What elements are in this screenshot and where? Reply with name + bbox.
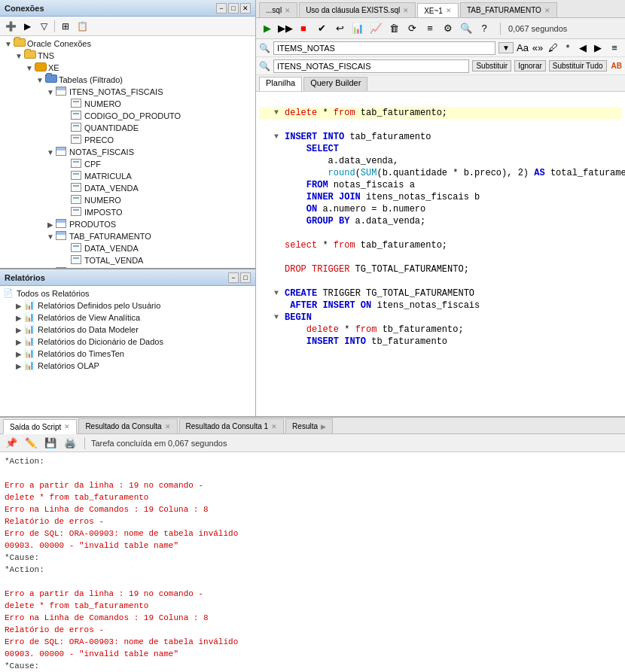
tab-close-icon[interactable]: ▶ [321, 423, 326, 430]
search-prev-btn[interactable]: ◀ [577, 42, 589, 54]
print-btn[interactable]: 🖨️ [62, 435, 78, 452]
tab-resultado1[interactable]: Resultado da Consulta ✕ [78, 418, 177, 433]
tab-resultado3[interactable]: Resulta ▶ [285, 418, 333, 433]
grid-btn[interactable]: ⊞ [58, 19, 73, 34]
tree-toggle[interactable]: ▶ [14, 350, 24, 358]
filter-btn[interactable]: ▽ [36, 19, 51, 34]
search-input-1[interactable] [273, 41, 495, 55]
clear-btn[interactable]: 🗑 [386, 20, 402, 37]
tree-item[interactable]: ▶ 📊 Relatórios de View Analítica [0, 312, 255, 324]
tree-item[interactable]: ▶ TAB_IDENTITY [0, 266, 255, 268]
tree-item[interactable]: ▶ 📊 Relatórios do Data Modeler [0, 324, 255, 336]
tab-close-icon[interactable]: ✕ [64, 423, 70, 430]
pin-btn[interactable]: 📌 [3, 435, 20, 452]
tree-item[interactable]: CODIGO_DO_PRODUTO [0, 110, 255, 122]
tree-item[interactable]: NUMERO [0, 194, 255, 206]
tree-item[interactable]: ▶ 📊 Relatórios OLAP [0, 360, 255, 372]
search-quote-btn[interactable]: «» [532, 42, 544, 54]
search-extra-btn[interactable]: ≡ [607, 42, 622, 54]
tab-resultado2[interactable]: Resultado da Consulta 1 ✕ [179, 418, 285, 433]
reports-tree[interactable]: 📄 Todos os Relatórios ▶ 📊 Relatórios Def… [0, 286, 255, 416]
settings-btn[interactable]: ⚙ [440, 20, 456, 37]
tree-item[interactable]: IMPOSTO [0, 206, 255, 218]
tree-toggle[interactable]: ▼ [35, 76, 45, 84]
replace-all-btn[interactable]: Substituir Tudo [549, 60, 607, 71]
search-highlight-btn[interactable]: 🖊 [547, 42, 559, 54]
history-btn[interactable]: ⟳ [404, 20, 420, 37]
tree-toggle[interactable]: ▶ [14, 338, 24, 346]
refresh-btn[interactable]: ▶ [20, 19, 35, 34]
tab-sql1[interactable]: ...sql ✕ [259, 2, 297, 17]
autotrace-btn[interactable]: 📈 [367, 20, 384, 37]
tree-item[interactable]: NUMERO [0, 98, 255, 110]
replace-btn[interactable]: Substituir [472, 60, 511, 71]
run-script-btn[interactable]: ▶▶ [277, 20, 294, 37]
tab-query-builder[interactable]: Query Builder [303, 77, 367, 91]
commit-btn[interactable]: ✔ [313, 20, 330, 37]
tree-item[interactable]: ▼ TAB_FATURAMENTO [0, 230, 255, 242]
tree-toggle[interactable]: ▶ [14, 362, 24, 370]
tree-item[interactable]: PRECO [0, 134, 255, 146]
edit-btn[interactable]: ✏️ [23, 435, 39, 452]
format-btn[interactable]: ≡ [422, 20, 438, 37]
tab-planilha[interactable]: Planilha [259, 77, 302, 91]
tree-item[interactable]: ▶ 📊 Relatórios do TimesTen [0, 348, 255, 360]
search-input-2[interactable] [273, 59, 469, 73]
maximize-btn[interactable]: □ [228, 3, 239, 14]
add-connection-btn[interactable]: ➕ [3, 19, 18, 34]
tree-item[interactable]: ▼ TNS [0, 50, 255, 62]
connections-tree[interactable]: ▼ Oracle Conexões ▼ TNS ▼ [0, 36, 255, 268]
tree-item[interactable]: ▼ ITENS_NOTAS_FISCAIS [0, 86, 255, 98]
tree-item[interactable]: TOTAL_VENDA [0, 254, 255, 266]
tab-xe1[interactable]: XE~1 ✕ [417, 3, 459, 18]
tree-item[interactable]: MATRICULA [0, 170, 255, 182]
tree-toggle[interactable]: ▶ [45, 220, 56, 229]
import-btn[interactable]: 📋 [75, 19, 90, 34]
tree-toggle[interactable]: ▼ [45, 233, 56, 241]
code-editor[interactable]: ▼ delete * from tab_faturamento; ▼ INSER… [256, 92, 625, 416]
tree-toggle[interactable]: ▶ [14, 302, 24, 310]
tree-item[interactable]: QUANTIDADE [0, 122, 255, 134]
save-output-btn[interactable]: 💾 [42, 435, 59, 452]
tab-close-icon[interactable]: ✕ [544, 7, 550, 14]
search-next-btn[interactable]: ▶ [592, 42, 604, 54]
tab-close-icon[interactable]: ✕ [285, 7, 291, 14]
stop-btn[interactable]: ■ [295, 20, 312, 37]
tree-toggle[interactable]: ▼ [45, 88, 56, 96]
tab-saida[interactable]: Saída do Script ✕ [3, 419, 77, 434]
tree-item[interactable]: ▼ XE [0, 62, 255, 74]
tree-toggle[interactable]: ▼ [24, 64, 35, 72]
search-all-btn[interactable]: * [562, 42, 574, 54]
search-settings-btn[interactable]: Aa [517, 42, 529, 54]
explain-btn[interactable]: 📊 [349, 20, 366, 37]
help-btn[interactable]: ? [476, 20, 492, 37]
minimize-btn[interactable]: − [228, 272, 239, 283]
tree-item[interactable]: ▶ 📊 Relatórios Definidos pelo Usuário [0, 300, 255, 312]
tree-item[interactable]: DATA_VENDA [0, 182, 255, 194]
tree-item[interactable]: ▶ 📊 Relatórios do Dicionário de Dados [0, 336, 255, 348]
tab-close-icon[interactable]: ✕ [446, 7, 452, 14]
tree-item[interactable]: ▼ Oracle Conexões [0, 38, 255, 50]
rollback-btn[interactable]: ↩ [331, 20, 348, 37]
tree-item[interactable]: DATA_VENDA [0, 242, 255, 254]
tree-toggle[interactable]: ▼ [45, 148, 56, 157]
maximize-btn[interactable]: □ [240, 272, 251, 283]
close-btn[interactable]: ✕ [240, 3, 251, 14]
tree-toggle[interactable]: ▼ [14, 52, 24, 60]
tree-item[interactable]: ▶ PRODUTOS [0, 218, 255, 230]
tab-tab-faturamento[interactable]: TAB_FATURAMENTO ✕ [460, 2, 557, 17]
tree-item[interactable]: ▼ NOTAS_FISCAIS [0, 146, 255, 158]
tree-item[interactable]: 📄 Todos os Relatórios [0, 287, 255, 300]
tab-close-icon[interactable]: ✕ [271, 423, 277, 430]
tree-toggle[interactable]: ▼ [3, 40, 14, 48]
ignore-btn[interactable]: Ignorar [514, 60, 546, 71]
tree-toggle[interactable]: ▶ [14, 314, 24, 322]
tab-exists[interactable]: Uso da cláusula EXISTS.sql ✕ [299, 2, 416, 17]
tree-toggle[interactable]: ▶ [14, 326, 24, 334]
tab-close-icon[interactable]: ✕ [165, 423, 171, 430]
run-btn[interactable]: ▶ [259, 20, 276, 37]
search-dropdown-btn[interactable]: ▼ [498, 42, 514, 53]
tree-item[interactable]: ▼ Tabelas (Filtrado) [0, 74, 255, 86]
search-btn[interactable]: 🔍 [458, 20, 474, 37]
tree-item[interactable]: CPF [0, 158, 255, 170]
